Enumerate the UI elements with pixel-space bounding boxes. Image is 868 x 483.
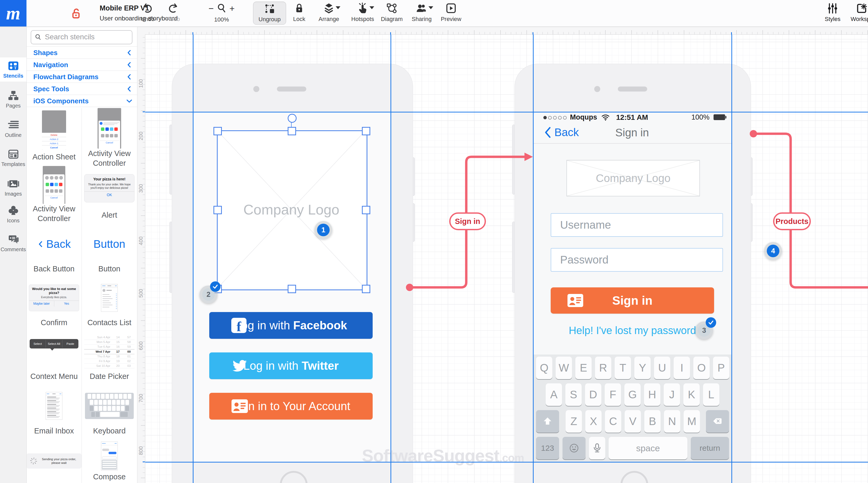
key-l[interactable]: L xyxy=(703,383,719,406)
key-j[interactable]: J xyxy=(664,383,680,406)
space-key[interactable]: space xyxy=(609,437,687,459)
image-placeholder-2[interactable]: Company Logo xyxy=(566,160,700,196)
key-v[interactable]: V xyxy=(625,410,641,433)
key-x[interactable]: X xyxy=(585,410,601,433)
key-p[interactable]: P xyxy=(713,357,729,379)
key-y[interactable]: Y xyxy=(634,357,651,379)
key-o[interactable]: O xyxy=(693,357,710,379)
key-b[interactable]: B xyxy=(644,410,660,433)
category-shapes[interactable]: Shapes xyxy=(27,47,137,59)
contact-card-icon xyxy=(231,399,248,413)
category-ios-components[interactable]: iOS Components xyxy=(27,95,137,107)
key-w[interactable]: W xyxy=(556,357,572,379)
key-m[interactable]: M xyxy=(684,410,700,433)
key-t[interactable]: T xyxy=(615,357,631,379)
signin-account-button[interactable]: Sign in to Your Account xyxy=(209,393,373,420)
password-field[interactable] xyxy=(551,248,723,272)
key-a[interactable]: A xyxy=(546,383,562,406)
guide-horizontal-2[interactable] xyxy=(145,462,868,462)
stencil-item-activity-view-controller[interactable]: Cancel Activity View Controller xyxy=(27,166,82,224)
flow-badge-1[interactable]: 1 xyxy=(314,221,332,239)
key-k[interactable]: K xyxy=(683,383,700,406)
guide-horizontal-1[interactable] xyxy=(145,112,868,112)
numbers-key[interactable]: 123 xyxy=(536,437,559,459)
emoji-key[interactable] xyxy=(562,437,586,459)
stencil-item-loading-view[interactable]: Sending your pizza order, please waitLoa… xyxy=(27,440,82,483)
key-h[interactable]: H xyxy=(644,383,660,406)
unlocked-icon[interactable] xyxy=(70,7,82,19)
key-u[interactable]: U xyxy=(654,357,670,379)
flow-badge-4[interactable]: 4 xyxy=(764,242,782,260)
username-field[interactable] xyxy=(551,213,723,237)
selection-handle[interactable] xyxy=(362,127,370,135)
key-f[interactable]: F xyxy=(605,383,621,406)
toolbar-preview[interactable]: Preview xyxy=(431,2,471,23)
guide-vertical-4[interactable] xyxy=(732,34,732,483)
stencil-item-activity-view-controller[interactable]: Cancel Activity View Controller xyxy=(82,108,137,166)
key-z[interactable]: Z xyxy=(566,410,582,433)
flow-label-products[interactable]: Products xyxy=(773,213,811,230)
sidebar-item-outline[interactable]: Outline xyxy=(0,117,27,141)
key-c[interactable]: C xyxy=(605,410,621,433)
shift-key[interactable] xyxy=(536,410,559,433)
flow-badge-3[interactable]: 3 xyxy=(695,321,713,339)
sidebar-item-stencils[interactable]: TStencils xyxy=(0,57,27,82)
toolbar-arrange[interactable]: Arrange xyxy=(309,2,348,23)
stencil-item-compose-message[interactable]: Compose Message xyxy=(82,440,137,483)
stencil-item-alert[interactable]: Your pizza is here! Thank you for your o… xyxy=(82,166,137,224)
stencil-item-keyboard[interactable]: Keyboard xyxy=(82,385,137,440)
toolbar-workspace[interactable]: Workspa xyxy=(842,2,868,23)
selection-handle[interactable] xyxy=(213,127,222,135)
stencil-search[interactable] xyxy=(31,30,132,44)
key-r[interactable]: R xyxy=(595,357,611,379)
key-s[interactable]: S xyxy=(565,383,582,406)
zoom-out-button[interactable]: − xyxy=(209,4,214,13)
flow-label-sign-in[interactable]: Sign in xyxy=(449,213,486,230)
key-g[interactable]: G xyxy=(624,383,641,406)
guide-vertical-3[interactable] xyxy=(533,34,534,483)
stencil-item-action-sheet[interactable]: Delete Action 2 Action 1 CancelAction Sh… xyxy=(27,108,82,166)
key-d[interactable]: D xyxy=(585,383,601,406)
stencil-item-confirm[interactable]: Would you like to eat some pizza? Everyb… xyxy=(27,278,82,332)
selection-handle[interactable] xyxy=(362,206,370,214)
signin-button[interactable]: Sign in xyxy=(551,287,714,314)
return-key[interactable]: return xyxy=(691,437,729,459)
login-facebook-button[interactable]: f Log in with Facebook xyxy=(209,312,373,339)
selection-handle[interactable] xyxy=(288,127,296,135)
stencil-item-button[interactable]: ButtonButton xyxy=(82,224,137,278)
selection-handle[interactable] xyxy=(362,285,370,293)
key-e[interactable]: E xyxy=(575,357,592,379)
category-navigation[interactable]: Navigation xyxy=(27,59,137,71)
key-q[interactable]: Q xyxy=(536,357,552,379)
stencil-item-context-menu[interactable]: SelectSelect AllPasteContext Menu xyxy=(27,332,82,386)
sidebar-item-pages[interactable]: Pages xyxy=(0,87,27,111)
selection-handle[interactable] xyxy=(213,206,222,214)
mic-key[interactable] xyxy=(589,437,605,459)
stencil-item-contacts-list[interactable]: Contacts List xyxy=(82,278,137,332)
guide-vertical-2[interactable] xyxy=(391,34,391,483)
sidebar-item-images[interactable]: Images xyxy=(0,175,27,199)
key-i[interactable]: I xyxy=(674,357,690,379)
sidebar-item-comments[interactable]: Comments xyxy=(0,231,27,255)
toolbar-redo[interactable]: Redo xyxy=(153,2,193,23)
sidebar-item-icons[interactable]: Icons xyxy=(0,202,27,226)
key-n[interactable]: N xyxy=(664,410,680,433)
search-input[interactable] xyxy=(44,31,129,43)
rotation-handle[interactable] xyxy=(288,114,297,123)
toolbar-zoom[interactable]: −+100% xyxy=(202,2,241,23)
stencil-item-back-button[interactable]: BackBack Button xyxy=(27,224,82,278)
category-flowchart-diagrams[interactable]: Flowchart Diagrams xyxy=(27,71,137,83)
thumb-confirm: Would you like to eat some pizza? Everyb… xyxy=(29,285,79,311)
selection-handle[interactable] xyxy=(288,285,296,293)
backspace-key[interactable] xyxy=(706,410,729,433)
flow-badge-2[interactable]: 2 xyxy=(199,286,217,303)
selection-box[interactable] xyxy=(217,130,367,290)
stencil-item-email-inbox[interactable]: Email Inbox xyxy=(27,385,82,440)
sidebar-item-templates[interactable]: Templates xyxy=(0,146,27,170)
stencil-item-date-picker[interactable]: Sun 4 Apr1457Mon 5 Apr1558Tue 6 Apr1659W… xyxy=(82,332,137,386)
category-spec-tools[interactable]: Spec Tools xyxy=(27,83,137,95)
moqups-logo[interactable]: m xyxy=(0,0,27,27)
guide-vertical-1[interactable] xyxy=(193,34,193,483)
zoom-in-button[interactable]: + xyxy=(229,4,235,13)
login-twitter-button[interactable]: Log in with Twitter xyxy=(209,352,373,379)
